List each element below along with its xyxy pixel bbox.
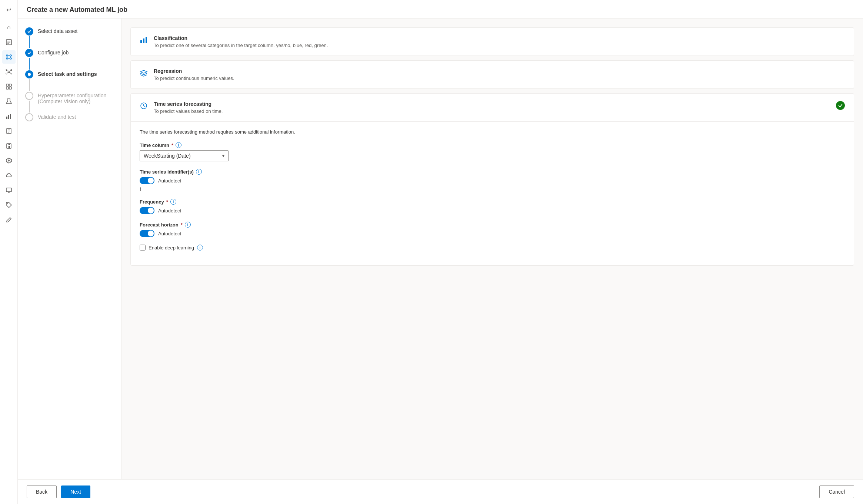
left-nav: ↩ ⌂ xyxy=(0,0,18,504)
svg-rect-42 xyxy=(6,188,11,192)
time-series-card[interactable]: Time series forecasting To predict value… xyxy=(130,93,854,266)
monitor-icon[interactable] xyxy=(2,184,16,197)
svg-rect-46 xyxy=(140,40,142,43)
deep-learning-checkbox-row: Enable deep learning i xyxy=(140,245,845,251)
model-icon[interactable] xyxy=(2,124,16,138)
cube-icon[interactable] xyxy=(2,154,16,167)
svg-rect-34 xyxy=(8,146,9,148)
frequency-toggle-row: Autodetect xyxy=(140,207,845,214)
deep-learning-checkbox[interactable] xyxy=(140,245,146,251)
step-configure-job: Configure job xyxy=(25,49,114,70)
classification-title: Classification xyxy=(154,35,845,41)
step-select-task: Select task and settings xyxy=(25,70,114,92)
forecast-horizon-autodetect-toggle[interactable] xyxy=(140,230,154,237)
content-area: Classification To predict one of several… xyxy=(121,19,863,479)
main-content: Create a new Automated ML job Select dat… xyxy=(18,0,863,504)
back-nav-icon[interactable]: ↩ xyxy=(2,3,16,16)
forecast-horizon-toggle-row: Autodetect xyxy=(140,230,845,237)
deep-learning-info-icon[interactable]: i xyxy=(197,245,203,251)
time-series-desc: To predict values based on time. xyxy=(154,108,830,114)
time-series-title: Time series forecasting xyxy=(154,101,830,107)
step4-circle xyxy=(25,92,33,100)
flask-icon[interactable] xyxy=(2,95,16,108)
step3-connector-wrap xyxy=(25,70,33,92)
body-layout: Select data asset Configure job xyxy=(18,19,863,479)
svg-point-45 xyxy=(7,203,8,204)
regression-title: Regression xyxy=(154,68,845,74)
edit-icon[interactable] xyxy=(2,213,16,226)
classification-card[interactable]: Classification To predict one of several… xyxy=(130,27,854,56)
paren-text: ) xyxy=(140,186,845,191)
svg-line-51 xyxy=(144,106,145,107)
next-button[interactable]: Next xyxy=(61,485,90,498)
time-column-select-wrapper: WeekStarting (Date) Date Week Month ▼ xyxy=(140,150,229,161)
cancel-button[interactable]: Cancel xyxy=(819,485,854,498)
chart-icon[interactable] xyxy=(2,110,16,123)
svg-line-20 xyxy=(10,73,11,73)
forecast-horizon-required: * xyxy=(181,222,183,228)
data-icon[interactable] xyxy=(2,80,16,93)
step4-connector-wrap xyxy=(25,92,33,113)
forecast-horizon-group: Forecast horizon * i Autodetect xyxy=(140,222,845,237)
frequency-required: * xyxy=(166,199,168,205)
svg-line-18 xyxy=(10,70,11,71)
svg-point-15 xyxy=(6,73,7,74)
regression-card[interactable]: Regression To predict continuous numeric… xyxy=(130,60,854,89)
svg-point-4 xyxy=(6,55,8,56)
time-series-body: The time series forecasting method requi… xyxy=(131,122,854,265)
svg-rect-27 xyxy=(8,115,9,119)
time-series-info: The time series forecasting method requi… xyxy=(140,129,845,135)
classification-content: Classification To predict one of several… xyxy=(154,35,845,48)
tag-icon[interactable] xyxy=(2,198,16,212)
step1-connector-wrap xyxy=(25,27,33,49)
notebook-icon[interactable] xyxy=(2,36,16,49)
cloud-icon[interactable] xyxy=(2,169,16,182)
frequency-info-icon[interactable]: i xyxy=(170,199,176,205)
forecast-horizon-autodetect-label: Autodetect xyxy=(158,231,181,236)
step2-label: Configure job xyxy=(38,49,69,56)
back-button[interactable]: Back xyxy=(27,485,57,498)
step4-line xyxy=(29,101,30,112)
time-series-header: Time series forecasting To predict value… xyxy=(131,94,854,122)
svg-rect-48 xyxy=(146,37,147,43)
building-icon[interactable] xyxy=(2,139,16,152)
step-hyperparameter: Hyperparameter configuration(Computer Vi… xyxy=(25,92,114,113)
time-column-label: Time column * i xyxy=(140,142,845,148)
step5-circle xyxy=(25,113,33,121)
step1-label: Select data asset xyxy=(38,27,77,34)
step3-line xyxy=(29,79,30,91)
step2-circle xyxy=(25,49,33,57)
svg-point-7 xyxy=(10,58,11,59)
forecast-horizon-label: Forecast horizon * i xyxy=(140,222,845,228)
frequency-group: Frequency * i Autodetect xyxy=(140,199,845,214)
time-column-select[interactable]: WeekStarting (Date) Date Week Month xyxy=(140,150,229,161)
nodes-icon[interactable] xyxy=(2,65,16,78)
svg-point-6 xyxy=(6,58,8,59)
time-series-identifiers-label: Time series identifier(s) i xyxy=(140,169,845,175)
identifiers-info-icon[interactable]: i xyxy=(196,169,202,175)
identifiers-toggle-row: Autodetect xyxy=(140,177,845,184)
frequency-label: Frequency * i xyxy=(140,199,845,205)
regression-content: Regression To predict continuous numeric… xyxy=(154,68,845,81)
forecast-horizon-info-icon[interactable]: i xyxy=(185,222,191,228)
time-series-content: Time series forecasting To predict value… xyxy=(154,101,830,114)
step1-line xyxy=(29,36,30,48)
svg-rect-47 xyxy=(143,38,144,43)
svg-point-13 xyxy=(6,70,7,71)
svg-rect-23 xyxy=(6,87,9,89)
layers-icon xyxy=(140,69,148,79)
step-validate-test: Validate and test xyxy=(25,113,114,121)
frequency-autodetect-toggle[interactable] xyxy=(140,207,154,214)
time-column-group: Time column * i WeekStarting (Date) Date… xyxy=(140,142,845,161)
svg-rect-28 xyxy=(10,114,11,119)
time-column-info-icon[interactable]: i xyxy=(176,142,181,148)
identifiers-autodetect-toggle[interactable] xyxy=(140,177,154,184)
pipeline-icon[interactable] xyxy=(2,50,16,64)
svg-point-5 xyxy=(10,55,11,56)
footer-right: Cancel xyxy=(819,485,854,498)
step5-connector-wrap xyxy=(25,113,33,121)
step1-circle xyxy=(25,27,33,36)
home-icon[interactable]: ⌂ xyxy=(2,21,16,34)
bar-chart-icon xyxy=(140,36,148,46)
step2-line xyxy=(29,58,30,70)
